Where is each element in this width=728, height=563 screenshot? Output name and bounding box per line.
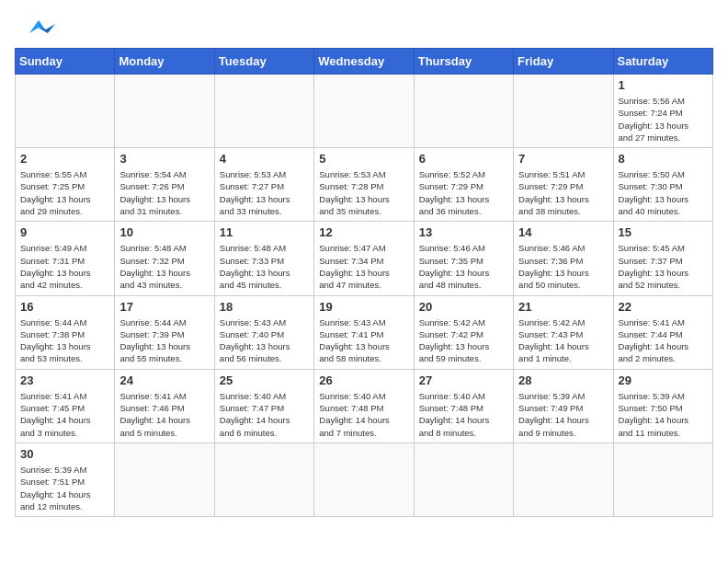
calendar-day: [414, 442, 513, 516]
day-info: Sunrise: 5:49 AM Sunset: 7:31 PM Dayligh…: [20, 242, 109, 291]
day-info: Sunrise: 5:39 AM Sunset: 7:50 PM Dayligh…: [619, 390, 708, 439]
calendar-day: [514, 75, 613, 148]
calendar-week-5: 23Sunrise: 5:41 AM Sunset: 7:45 PM Dayli…: [16, 369, 713, 442]
header: [15, 15, 713, 40]
calendar-day: 14Sunrise: 5:46 AM Sunset: 7:36 PM Dayli…: [514, 222, 613, 295]
day-info: Sunrise: 5:53 AM Sunset: 7:28 PM Dayligh…: [319, 168, 408, 217]
day-info: Sunrise: 5:44 AM Sunset: 7:38 PM Dayligh…: [20, 316, 109, 365]
weekday-header-sunday: Sunday: [16, 49, 115, 75]
day-number: 5: [319, 152, 408, 166]
day-number: 30: [20, 447, 109, 461]
day-info: Sunrise: 5:55 AM Sunset: 7:25 PM Dayligh…: [20, 168, 109, 217]
calendar-week-3: 9Sunrise: 5:49 AM Sunset: 7:31 PM Daylig…: [16, 222, 713, 295]
calendar-day: 1Sunrise: 5:56 AM Sunset: 7:24 PM Daylig…: [613, 75, 712, 148]
calendar-day: 30Sunrise: 5:39 AM Sunset: 7:51 PM Dayli…: [16, 442, 115, 516]
weekday-header-row: SundayMondayTuesdayWednesdayThursdayFrid…: [16, 49, 713, 75]
calendar-day: 20Sunrise: 5:42 AM Sunset: 7:42 PM Dayli…: [414, 295, 513, 369]
day-info: Sunrise: 5:44 AM Sunset: 7:39 PM Dayligh…: [119, 316, 209, 365]
calendar-week-4: 16Sunrise: 5:44 AM Sunset: 7:38 PM Dayli…: [16, 295, 713, 369]
day-info: Sunrise: 5:56 AM Sunset: 7:24 PM Dayligh…: [619, 95, 708, 144]
day-info: Sunrise: 5:47 AM Sunset: 7:34 PM Dayligh…: [319, 242, 408, 291]
calendar-day: 27Sunrise: 5:40 AM Sunset: 7:48 PM Dayli…: [414, 369, 513, 442]
calendar-day: 3Sunrise: 5:54 AM Sunset: 7:26 PM Daylig…: [115, 148, 214, 222]
weekday-header-thursday: Thursday: [414, 49, 513, 75]
calendar-day: 13Sunrise: 5:46 AM Sunset: 7:35 PM Dayli…: [414, 222, 513, 295]
day-number: 3: [119, 152, 209, 166]
day-info: Sunrise: 5:40 AM Sunset: 7:48 PM Dayligh…: [419, 390, 508, 439]
day-number: 12: [319, 225, 408, 239]
day-info: Sunrise: 5:40 AM Sunset: 7:48 PM Dayligh…: [319, 390, 408, 439]
day-number: 13: [419, 225, 508, 239]
day-number: 20: [419, 300, 508, 314]
day-number: 19: [319, 300, 408, 314]
day-number: 24: [119, 373, 209, 387]
day-number: 4: [220, 152, 309, 166]
day-info: Sunrise: 5:45 AM Sunset: 7:37 PM Dayligh…: [619, 242, 708, 291]
day-number: 6: [419, 152, 508, 166]
calendar-day: [214, 442, 313, 516]
day-info: Sunrise: 5:43 AM Sunset: 7:40 PM Dayligh…: [220, 316, 309, 365]
day-info: Sunrise: 5:41 AM Sunset: 7:44 PM Dayligh…: [619, 316, 708, 365]
calendar-week-2: 2Sunrise: 5:55 AM Sunset: 7:25 PM Daylig…: [16, 148, 713, 222]
weekday-header-wednesday: Wednesday: [314, 49, 414, 75]
day-info: Sunrise: 5:53 AM Sunset: 7:27 PM Dayligh…: [220, 168, 309, 217]
calendar-day: 29Sunrise: 5:39 AM Sunset: 7:50 PM Dayli…: [613, 369, 712, 442]
day-number: 29: [619, 373, 708, 387]
logo-bird-icon: [22, 15, 55, 40]
day-number: 14: [518, 225, 608, 239]
calendar-day: 23Sunrise: 5:41 AM Sunset: 7:45 PM Dayli…: [16, 369, 115, 442]
calendar-day: 6Sunrise: 5:52 AM Sunset: 7:29 PM Daylig…: [414, 148, 513, 222]
day-number: 22: [619, 300, 708, 314]
calendar-day: 26Sunrise: 5:40 AM Sunset: 7:48 PM Dayli…: [314, 369, 414, 442]
calendar-day: [414, 75, 513, 148]
calendar-day: 10Sunrise: 5:48 AM Sunset: 7:32 PM Dayli…: [115, 222, 214, 295]
calendar-day: 5Sunrise: 5:53 AM Sunset: 7:28 PM Daylig…: [314, 148, 414, 222]
day-number: 23: [20, 373, 109, 387]
day-number: 2: [20, 152, 109, 166]
weekday-header-friday: Friday: [514, 49, 613, 75]
calendar-day: 25Sunrise: 5:40 AM Sunset: 7:47 PM Dayli…: [214, 369, 313, 442]
day-number: 28: [518, 373, 608, 387]
calendar-day: 2Sunrise: 5:55 AM Sunset: 7:25 PM Daylig…: [16, 148, 115, 222]
calendar-day: 21Sunrise: 5:42 AM Sunset: 7:43 PM Dayli…: [514, 295, 613, 369]
day-info: Sunrise: 5:46 AM Sunset: 7:35 PM Dayligh…: [419, 242, 508, 291]
calendar-day: 11Sunrise: 5:48 AM Sunset: 7:33 PM Dayli…: [214, 222, 313, 295]
day-number: 7: [518, 152, 608, 166]
logo: [15, 15, 55, 40]
day-number: 11: [220, 225, 309, 239]
calendar-day: [16, 75, 115, 148]
weekday-header-monday: Monday: [115, 49, 214, 75]
calendar-day: 15Sunrise: 5:45 AM Sunset: 7:37 PM Dayli…: [613, 222, 712, 295]
day-info: Sunrise: 5:39 AM Sunset: 7:49 PM Dayligh…: [518, 390, 608, 439]
day-number: 27: [419, 373, 508, 387]
calendar-day: 9Sunrise: 5:49 AM Sunset: 7:31 PM Daylig…: [16, 222, 115, 295]
calendar-day: 22Sunrise: 5:41 AM Sunset: 7:44 PM Dayli…: [613, 295, 712, 369]
calendar-day: 16Sunrise: 5:44 AM Sunset: 7:38 PM Dayli…: [16, 295, 115, 369]
calendar-day: [314, 442, 414, 516]
calendar-day: [214, 75, 313, 148]
day-info: Sunrise: 5:39 AM Sunset: 7:51 PM Dayligh…: [20, 464, 109, 512]
day-info: Sunrise: 5:52 AM Sunset: 7:29 PM Dayligh…: [419, 168, 508, 217]
day-number: 17: [119, 300, 209, 314]
day-number: 8: [619, 152, 708, 166]
calendar-day: 12Sunrise: 5:47 AM Sunset: 7:34 PM Dayli…: [314, 222, 414, 295]
calendar-day: [314, 75, 414, 148]
day-info: Sunrise: 5:40 AM Sunset: 7:47 PM Dayligh…: [220, 390, 309, 439]
day-number: 26: [319, 373, 408, 387]
day-info: Sunrise: 5:41 AM Sunset: 7:45 PM Dayligh…: [20, 390, 109, 439]
day-number: 21: [518, 300, 608, 314]
day-number: 9: [20, 225, 109, 239]
calendar-day: 8Sunrise: 5:50 AM Sunset: 7:30 PM Daylig…: [613, 148, 712, 222]
weekday-header-tuesday: Tuesday: [214, 49, 313, 75]
day-number: 1: [619, 78, 708, 92]
day-info: Sunrise: 5:51 AM Sunset: 7:29 PM Dayligh…: [518, 168, 608, 217]
calendar-day: 18Sunrise: 5:43 AM Sunset: 7:40 PM Dayli…: [214, 295, 313, 369]
day-number: 18: [220, 300, 309, 314]
day-info: Sunrise: 5:48 AM Sunset: 7:32 PM Dayligh…: [119, 242, 209, 291]
calendar-week-6: 30Sunrise: 5:39 AM Sunset: 7:51 PM Dayli…: [16, 442, 713, 516]
calendar-day: 28Sunrise: 5:39 AM Sunset: 7:49 PM Dayli…: [514, 369, 613, 442]
day-number: 15: [619, 225, 708, 239]
day-info: Sunrise: 5:54 AM Sunset: 7:26 PM Dayligh…: [119, 168, 209, 217]
weekday-header-saturday: Saturday: [613, 49, 712, 75]
calendar-day: 19Sunrise: 5:43 AM Sunset: 7:41 PM Dayli…: [314, 295, 414, 369]
